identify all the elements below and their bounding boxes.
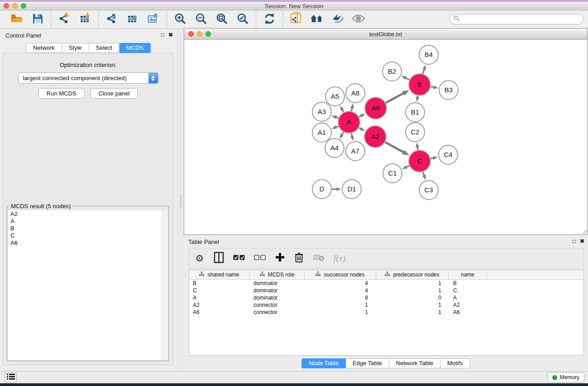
tab-select[interactable]: Select bbox=[89, 43, 120, 53]
cell-name[interactable]: A bbox=[449, 295, 487, 301]
graph-node-A7[interactable]: A7 bbox=[346, 142, 365, 161]
save-session-button[interactable] bbox=[31, 13, 44, 26]
cell-predecessor_nodes[interactable]: 1 bbox=[376, 287, 449, 294]
graph-edge-A-A8[interactable] bbox=[351, 108, 352, 111]
mcds-result-list[interactable]: A2ABCA6 bbox=[8, 210, 167, 360]
network-canvas[interactable]: AA1A2A3A4A5A6A7A8BB1B2B3B4CC1C2C3C4DD1 bbox=[184, 40, 587, 234]
graph-node-A2[interactable]: A2 bbox=[364, 126, 386, 148]
column-header-predecessor-nodes[interactable]: predecessor nodes bbox=[376, 270, 449, 279]
graph-node-B2[interactable]: B2 bbox=[382, 62, 402, 81]
mcds-result-item[interactable]: B bbox=[8, 225, 167, 232]
graph-node-C3[interactable]: C3 bbox=[419, 181, 438, 200]
cell-mcds_role[interactable]: dominator bbox=[250, 280, 305, 286]
zoom-in-button[interactable] bbox=[173, 13, 187, 26]
optimization-criterion-select[interactable]: largest connected component (directed) bbox=[18, 72, 158, 84]
export-image-button[interactable] bbox=[147, 13, 160, 26]
graph-node-A8[interactable]: A8 bbox=[346, 84, 365, 103]
column-header-successor-nodes[interactable]: successor nodes bbox=[305, 270, 376, 279]
column-header-shared-name[interactable]: shared name bbox=[189, 270, 250, 279]
graph-node-A1[interactable]: A1 bbox=[312, 123, 331, 142]
tab-mcds[interactable]: MCDS bbox=[120, 43, 151, 53]
function-builder-button[interactable]: f(x) bbox=[334, 253, 345, 264]
zoom-fit-button[interactable] bbox=[215, 13, 229, 26]
cell-name[interactable]: A2 bbox=[449, 302, 487, 308]
cell-successor_nodes[interactable]: 1 bbox=[305, 309, 376, 315]
hide-details-button[interactable] bbox=[331, 13, 344, 26]
close-panel-button[interactable]: Close panel bbox=[91, 88, 138, 99]
select-all-checkboxes-button[interactable] bbox=[233, 253, 245, 264]
network-minimize-button[interactable] bbox=[197, 31, 202, 37]
task-history-button[interactable] bbox=[5, 373, 17, 382]
graph-node-A[interactable]: A bbox=[338, 111, 360, 133]
graph-node-B4[interactable]: B4 bbox=[419, 45, 438, 64]
home-button[interactable] bbox=[310, 13, 324, 26]
cell-shared_name[interactable]: A6 bbox=[189, 309, 250, 315]
memory-button[interactable]: Memory bbox=[547, 372, 584, 382]
graph-edge-A-A7[interactable] bbox=[351, 133, 352, 136]
close-window-button[interactable] bbox=[4, 3, 9, 9]
network-window-titlebar[interactable]: testGlobe.txt bbox=[184, 29, 587, 40]
table-row[interactable]: A6connector11A6 bbox=[189, 309, 583, 316]
cell-successor_nodes[interactable]: 4 bbox=[305, 280, 376, 286]
graph-edge-C-C1[interactable] bbox=[406, 166, 409, 167]
import-table-button[interactable] bbox=[78, 13, 92, 26]
cell-mcds_role[interactable]: connector bbox=[250, 302, 305, 308]
cell-successor_nodes[interactable]: 1 bbox=[305, 302, 376, 308]
cell-predecessor_nodes[interactable]: 1 bbox=[376, 302, 449, 308]
cell-predecessor_nodes[interactable]: 0 bbox=[376, 295, 449, 301]
graph-node-A3[interactable]: A3 bbox=[312, 102, 331, 121]
mcds-result-item[interactable]: A2 bbox=[8, 210, 167, 218]
tab-edge-table[interactable]: Edge Table bbox=[346, 358, 389, 368]
cell-shared_name[interactable]: A bbox=[189, 295, 250, 301]
graph-node-C[interactable]: C bbox=[409, 150, 430, 172]
graph-edge-C-C2[interactable] bbox=[417, 147, 418, 150]
network-zoom-button[interactable] bbox=[206, 31, 211, 37]
result-scrollbar[interactable] bbox=[162, 210, 167, 360]
tab-motifs[interactable]: Motifs bbox=[440, 358, 470, 368]
export-network-button[interactable] bbox=[105, 13, 119, 26]
graph-node-B1[interactable]: B1 bbox=[406, 103, 425, 122]
cell-mcds_role[interactable]: connector bbox=[250, 309, 305, 315]
cell-name[interactable]: C bbox=[449, 287, 487, 294]
graph-node-D1[interactable]: D1 bbox=[342, 180, 361, 199]
mcds-result-item[interactable]: A6 bbox=[8, 239, 167, 247]
open-session-button[interactable] bbox=[10, 13, 24, 26]
panel-splitter-handle[interactable] bbox=[180, 195, 182, 207]
tab-style[interactable]: Style bbox=[62, 43, 89, 53]
cell-predecessor_nodes[interactable]: 1 bbox=[376, 309, 449, 315]
mcds-result-item[interactable]: C bbox=[8, 232, 167, 239]
cell-shared_name[interactable]: B bbox=[189, 280, 250, 286]
graph-edge-A-A5[interactable] bbox=[342, 110, 344, 112]
zoom-selected-button[interactable] bbox=[236, 13, 249, 26]
add-button[interactable] bbox=[275, 253, 285, 264]
graph-node-C4[interactable]: C4 bbox=[439, 145, 458, 164]
minimize-window-button[interactable] bbox=[12, 3, 18, 9]
delete-table-button[interactable] bbox=[313, 253, 325, 264]
deselect-all-checkboxes-button[interactable] bbox=[254, 253, 266, 264]
graph-edge-A2-C[interactable] bbox=[385, 142, 404, 152]
cell-mcds_role[interactable]: dominator bbox=[250, 295, 305, 301]
table-row[interactable]: Bdominator41B bbox=[189, 280, 583, 287]
network-file-button[interactable] bbox=[289, 13, 303, 26]
delete-button[interactable] bbox=[294, 253, 304, 264]
export-table-button[interactable] bbox=[126, 13, 139, 26]
table-row[interactable]: Adominator80A bbox=[189, 294, 583, 301]
zoom-out-button[interactable] bbox=[194, 13, 208, 26]
graph-node-A6[interactable]: A6 bbox=[365, 97, 387, 119]
graph-edge-A6-B[interactable] bbox=[386, 93, 404, 103]
columns-button[interactable] bbox=[214, 253, 224, 264]
network-view-window[interactable]: testGlobe.txt AA1A2A3A4A5A6A7A8BB1B2B3B4… bbox=[184, 28, 588, 235]
mcds-result-item[interactable]: A bbox=[8, 218, 167, 225]
run-mcds-button[interactable]: Run MCDS bbox=[38, 88, 85, 99]
cell-shared_name[interactable]: A2 bbox=[189, 302, 250, 308]
search-box[interactable] bbox=[449, 14, 583, 24]
search-input[interactable] bbox=[460, 15, 583, 24]
cell-shared_name[interactable]: C bbox=[189, 287, 250, 294]
refresh-button[interactable] bbox=[263, 13, 276, 26]
tab-network[interactable]: Network bbox=[26, 43, 62, 53]
close-panel-icon[interactable]: ✖ bbox=[168, 32, 173, 38]
app-titlebar[interactable]: Session: New Session bbox=[0, 2, 588, 10]
graph-node-D[interactable]: D bbox=[312, 180, 331, 199]
graph-edge-A-A4[interactable] bbox=[342, 132, 344, 135]
zoom-window-button[interactable] bbox=[21, 3, 26, 9]
